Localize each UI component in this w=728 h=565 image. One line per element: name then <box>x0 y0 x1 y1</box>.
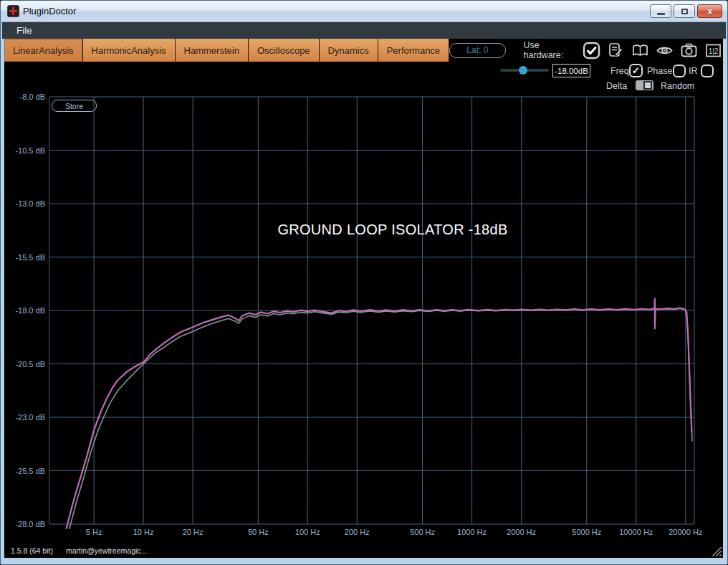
freq-label: Freq <box>610 66 629 76</box>
svg-text:20000 Hz: 20000 Hz <box>669 528 702 536</box>
svg-text:1000 Hz: 1000 Hz <box>457 528 487 536</box>
toggle-knob-icon <box>643 81 652 90</box>
svg-text:-23.0 dB: -23.0 dB <box>15 413 45 422</box>
ir-label: IR <box>689 66 698 76</box>
svg-text:10 Hz: 10 Hz <box>133 528 154 536</box>
phase-checkbox[interactable] <box>673 65 686 77</box>
svg-text:5 Hz: 5 Hz <box>86 528 102 536</box>
license-label: martin@yewtreemagic... <box>66 546 147 555</box>
svg-text:50 Hz: 50 Hz <box>248 528 269 536</box>
svg-text:-10.5 dB: -10.5 dB <box>15 146 45 155</box>
phase-label: Phase <box>647 66 672 76</box>
svg-text:-13.0 dB: -13.0 dB <box>15 199 45 208</box>
svg-text:2000 Hz: 2000 Hz <box>507 528 536 536</box>
gain-value-field[interactable]: -18.00dB <box>552 64 590 77</box>
svg-text:-28.0 dB: -28.0 dB <box>15 520 45 528</box>
gain-slider-thumb[interactable] <box>519 66 527 75</box>
svg-text:-25.5 dB: -25.5 dB <box>15 467 45 475</box>
svg-text:200 Hz: 200 Hz <box>345 528 370 536</box>
ir-checkbox[interactable] <box>701 65 714 77</box>
resize-grip[interactable] <box>709 545 722 556</box>
svg-text:500 Hz: 500 Hz <box>410 528 435 536</box>
check-icon: ✓ <box>632 66 640 75</box>
svg-text:5000 Hz: 5000 Hz <box>572 528 601 536</box>
svg-text:-20.5 dB: -20.5 dB <box>15 360 45 369</box>
freq-checkbox[interactable]: ✓ <box>629 64 643 77</box>
svg-text:20 Hz: 20 Hz <box>183 528 203 536</box>
chart-annotation: GROUND LOOP ISOLATOR -18dB <box>277 222 507 238</box>
svg-text:100 Hz: 100 Hz <box>295 528 320 536</box>
plugindoctor-window: PluginDoctor x File LinearAnalysisHarmon… <box>0 0 728 565</box>
delta-random-toggle[interactable] <box>636 80 653 90</box>
delta-label: Delta <box>606 81 627 91</box>
svg-text:-15.5 dB: -15.5 dB <box>15 253 45 262</box>
version-label: 1.5.8 (64 bit) <box>11 546 53 555</box>
svg-text:-8.0 dB: -8.0 dB <box>20 92 45 101</box>
svg-text:10000 Hz: 10000 Hz <box>619 528 653 536</box>
random-label: Random <box>661 81 694 91</box>
svg-text:-18.0 dB: -18.0 dB <box>15 306 45 315</box>
status-bar: 1.5.8 (64 bit) martin@yewtreemagic... <box>4 543 723 558</box>
store-button[interactable]: Store <box>52 100 97 112</box>
